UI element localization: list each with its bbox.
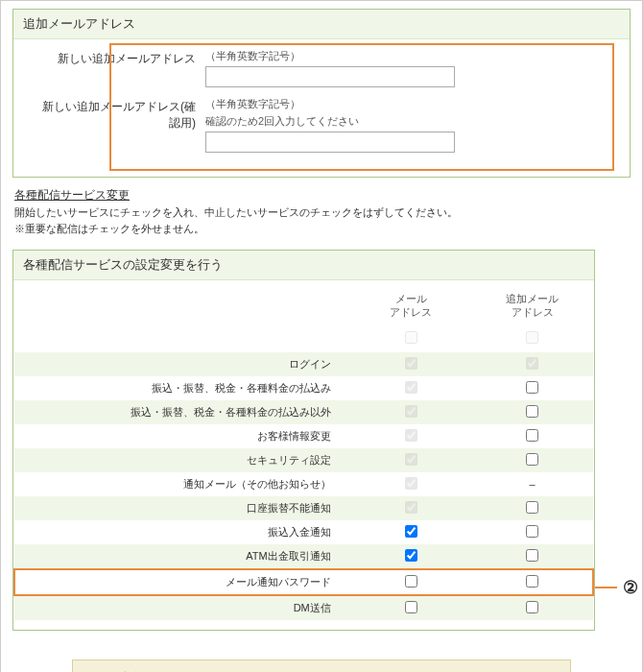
row-label: 口座振替不能通知 (14, 496, 350, 520)
form-row-email: 新しい追加メールアドレス （半角英数字記号） (33, 49, 610, 87)
service-checkbox (405, 357, 417, 370)
services-note: ※重要な配信はチェックを外せません。 (14, 222, 629, 236)
table-row: 振込・振替、税金・各種料金の払込み (14, 376, 593, 400)
table-row: 振込入金通知 (14, 520, 593, 544)
section-title: 追加メールアドレス (13, 10, 630, 39)
row-label: 通知メール（その他お知らせ） (14, 472, 350, 496)
service-checkbox[interactable] (526, 525, 538, 538)
input-new-email-confirm[interactable] (205, 132, 455, 153)
service-checkbox[interactable] (526, 501, 538, 514)
table-row: 口座振替不能通知 (14, 496, 593, 520)
col-mail-address: メールアドレス (350, 286, 472, 325)
services-title: 各種配信サービスの設定変更を行う (13, 251, 594, 280)
col2-master-checkbox (526, 331, 538, 344)
service-checkbox[interactable] (526, 453, 538, 466)
cell-dash: – (471, 472, 593, 496)
row-label: セキュリティ設定 (14, 448, 350, 472)
table-row: セキュリティ設定 (14, 448, 593, 472)
row-label: お客様情報変更 (14, 424, 350, 448)
service-checkbox (405, 453, 417, 466)
hint-halfwidth-confirm: （半角英数字記号） (205, 97, 610, 111)
services-heading: 各種配信サービス変更 (14, 187, 629, 204)
service-checkbox (405, 381, 417, 394)
input-new-email[interactable] (205, 66, 455, 87)
row-label: ログイン (14, 352, 350, 376)
row-label: 振込入金通知 (14, 520, 350, 544)
service-checkbox[interactable] (526, 575, 538, 588)
services-desc: 開始したいサービスにチェックを入れ、中止したいサービスのチェックをはずしてくださ… (14, 205, 629, 220)
table-row: DM送信 (14, 595, 593, 620)
service-checkbox[interactable] (405, 525, 417, 538)
table-row: 振込・振替、税金・各種料金の払込み以外 (14, 400, 593, 424)
row-label: 振込・振替、税金・各種料金の払込み (14, 376, 350, 400)
label-new-email: 新しい追加メールアドレス (33, 49, 205, 67)
service-checkbox (526, 357, 538, 370)
service-checkbox[interactable] (526, 381, 538, 394)
callout-2: ② (623, 577, 638, 598)
service-checkbox (405, 429, 417, 442)
service-checkbox[interactable] (526, 429, 538, 442)
services-table: メールアドレス 追加メールアドレス ログイン振込・振替、税金・各種料金の払込み振… (13, 286, 594, 620)
service-checkbox[interactable] (405, 601, 417, 613)
hint-halfwidth: （半角英数字記号） (205, 49, 610, 63)
notice-box: 注意 ・メール通知パスワード利用状況を「利用する」に選択、または、メールアドレス… (72, 660, 571, 672)
hint-enter-twice: 確認のため2回入力してください (205, 114, 610, 129)
row-label: DM送信 (14, 595, 350, 620)
table-row: 通知メール（その他お知らせ）– (14, 472, 593, 496)
label-new-email-confirm: 新しい追加メールアドレス(確認用) (33, 97, 205, 132)
col1-master-checkbox (405, 331, 417, 344)
service-checkbox (405, 501, 417, 514)
row-label: ATM出金取引通知 (14, 544, 350, 569)
service-checkbox[interactable] (526, 601, 538, 613)
table-row: ATM出金取引通知 (14, 544, 593, 569)
col-additional-mail-address: 追加メールアドレス (471, 286, 593, 325)
service-checkbox (405, 405, 417, 418)
service-checkbox[interactable] (405, 549, 417, 562)
service-checkbox[interactable] (405, 575, 417, 588)
table-row: ログイン (14, 352, 593, 376)
service-checkbox[interactable] (526, 549, 538, 562)
row-label: 振込・振替、税金・各種料金の払込み以外 (14, 400, 350, 424)
table-row: お客様情報変更 (14, 424, 593, 448)
service-checkbox (405, 477, 417, 490)
additional-email-section: 追加メールアドレス 新しい追加メールアドレス （半角英数字記号） 新しい追加メー… (12, 9, 631, 178)
table-row: メール通知パスワード (14, 569, 593, 595)
service-checkbox[interactable] (526, 405, 538, 418)
form-row-email-confirm: 新しい追加メールアドレス(確認用) （半角英数字記号） 確認のため2回入力してく… (33, 97, 610, 153)
row-label: メール通知パスワード (14, 569, 350, 595)
services-section: 各種配信サービスの設定変更を行う メールアドレス 追加メールアドレス (12, 250, 595, 631)
